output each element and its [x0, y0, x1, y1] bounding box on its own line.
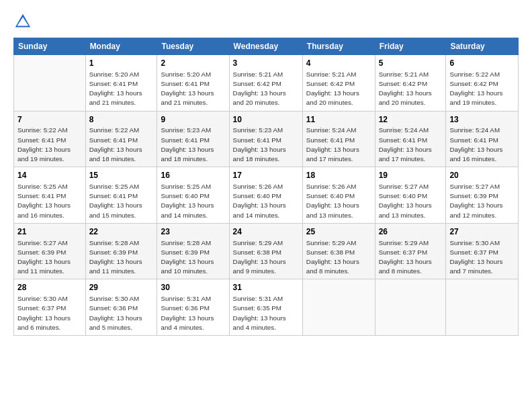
day-info: Sunrise: 5:28 AM Sunset: 6:39 PM Dayligh… — [89, 238, 154, 277]
header — [13, 12, 519, 31]
day-info: Sunrise: 5:24 AM Sunset: 6:41 PM Dayligh… — [306, 126, 371, 164]
day-info: Sunrise: 5:30 AM Sunset: 6:36 PM Dayligh… — [89, 294, 154, 332]
col-header-saturday: Saturday — [446, 38, 519, 55]
day-info: Sunrise: 5:27 AM Sunset: 6:40 PM Dayligh… — [379, 182, 443, 220]
calendar-cell: 28Sunrise: 5:30 AM Sunset: 6:37 PM Dayli… — [14, 279, 86, 336]
day-info: Sunrise: 5:20 AM Sunset: 6:41 PM Dayligh… — [161, 70, 225, 108]
day-number: 31 — [233, 282, 299, 293]
day-info: Sunrise: 5:25 AM Sunset: 6:40 PM Dayligh… — [161, 182, 225, 220]
day-number: 16 — [161, 170, 225, 181]
calendar-cell: 16Sunrise: 5:25 AM Sunset: 6:40 PM Dayli… — [157, 167, 229, 224]
day-info: Sunrise: 5:23 AM Sunset: 6:41 PM Dayligh… — [161, 126, 225, 164]
day-info: Sunrise: 5:28 AM Sunset: 6:39 PM Dayligh… — [161, 238, 225, 277]
day-number: 17 — [233, 170, 299, 181]
day-number: 23 — [161, 226, 225, 238]
calendar-week-row: 7Sunrise: 5:22 AM Sunset: 6:41 PM Daylig… — [14, 111, 519, 167]
calendar-cell — [375, 279, 446, 336]
calendar-week-row: 21Sunrise: 5:27 AM Sunset: 6:39 PM Dayli… — [14, 223, 519, 279]
day-number: 21 — [17, 226, 82, 238]
calendar-cell: 25Sunrise: 5:29 AM Sunset: 6:38 PM Dayli… — [302, 223, 375, 279]
col-header-sunday: Sunday — [14, 38, 86, 55]
day-info: Sunrise: 5:23 AM Sunset: 6:41 PM Dayligh… — [233, 126, 299, 164]
day-number: 27 — [449, 226, 515, 238]
day-info: Sunrise: 5:30 AM Sunset: 6:37 PM Dayligh… — [449, 238, 515, 277]
day-number: 13 — [449, 114, 515, 126]
calendar-cell: 10Sunrise: 5:23 AM Sunset: 6:41 PM Dayli… — [229, 111, 302, 167]
day-info: Sunrise: 5:29 AM Sunset: 6:38 PM Dayligh… — [306, 238, 371, 277]
day-number: 5 — [379, 58, 443, 69]
calendar-cell: 19Sunrise: 5:27 AM Sunset: 6:40 PM Dayli… — [375, 167, 446, 224]
day-info: Sunrise: 5:27 AM Sunset: 6:39 PM Dayligh… — [449, 182, 515, 220]
day-info: Sunrise: 5:22 AM Sunset: 6:41 PM Dayligh… — [17, 126, 82, 164]
logo-icon — [13, 12, 32, 31]
col-header-wednesday: Wednesday — [229, 38, 302, 55]
day-number: 24 — [233, 226, 299, 238]
day-number: 29 — [89, 282, 154, 293]
day-info: Sunrise: 5:21 AM Sunset: 6:42 PM Dayligh… — [306, 70, 371, 108]
col-header-tuesday: Tuesday — [157, 38, 229, 55]
calendar-week-row: 28Sunrise: 5:30 AM Sunset: 6:37 PM Dayli… — [14, 279, 519, 336]
day-number: 30 — [161, 282, 225, 293]
calendar-cell: 18Sunrise: 5:26 AM Sunset: 6:40 PM Dayli… — [302, 167, 375, 224]
day-info: Sunrise: 5:31 AM Sunset: 6:36 PM Dayligh… — [161, 294, 225, 332]
calendar-cell: 30Sunrise: 5:31 AM Sunset: 6:36 PM Dayli… — [157, 279, 229, 336]
calendar-cell: 31Sunrise: 5:31 AM Sunset: 6:35 PM Dayli… — [229, 279, 302, 336]
day-number: 20 — [449, 170, 515, 181]
calendar-cell: 20Sunrise: 5:27 AM Sunset: 6:39 PM Dayli… — [446, 167, 519, 224]
day-info: Sunrise: 5:20 AM Sunset: 6:41 PM Dayligh… — [89, 70, 154, 108]
calendar-cell: 17Sunrise: 5:26 AM Sunset: 6:40 PM Dayli… — [229, 167, 302, 224]
day-number: 8 — [89, 114, 154, 126]
day-number: 12 — [379, 114, 443, 126]
day-number: 4 — [306, 58, 371, 69]
day-number: 15 — [89, 170, 154, 181]
calendar-cell: 14Sunrise: 5:25 AM Sunset: 6:41 PM Dayli… — [14, 167, 86, 224]
day-number: 18 — [306, 170, 371, 181]
calendar-cell: 23Sunrise: 5:28 AM Sunset: 6:39 PM Dayli… — [157, 223, 229, 279]
day-number: 7 — [17, 114, 82, 126]
day-info: Sunrise: 5:29 AM Sunset: 6:37 PM Dayligh… — [379, 238, 443, 277]
day-number: 28 — [17, 282, 82, 293]
day-info: Sunrise: 5:22 AM Sunset: 6:41 PM Dayligh… — [89, 126, 154, 164]
col-header-monday: Monday — [85, 38, 157, 55]
calendar-header-row: SundayMondayTuesdayWednesdayThursdayFrid… — [14, 38, 519, 55]
calendar-week-row: 14Sunrise: 5:25 AM Sunset: 6:41 PM Dayli… — [14, 167, 519, 224]
calendar-cell: 7Sunrise: 5:22 AM Sunset: 6:41 PM Daylig… — [14, 111, 86, 167]
calendar-week-row: 1Sunrise: 5:20 AM Sunset: 6:41 PM Daylig… — [14, 55, 519, 111]
calendar-cell: 4Sunrise: 5:21 AM Sunset: 6:42 PM Daylig… — [302, 55, 375, 111]
col-header-thursday: Thursday — [302, 38, 375, 55]
day-info: Sunrise: 5:25 AM Sunset: 6:41 PM Dayligh… — [89, 182, 154, 220]
day-info: Sunrise: 5:24 AM Sunset: 6:41 PM Dayligh… — [379, 126, 443, 164]
calendar-cell — [302, 279, 375, 336]
calendar-cell: 15Sunrise: 5:25 AM Sunset: 6:41 PM Dayli… — [85, 167, 157, 224]
day-info: Sunrise: 5:27 AM Sunset: 6:39 PM Dayligh… — [17, 238, 82, 277]
day-number: 22 — [89, 226, 154, 238]
day-number: 25 — [306, 226, 371, 238]
day-number: 3 — [233, 58, 299, 69]
calendar-cell: 26Sunrise: 5:29 AM Sunset: 6:37 PM Dayli… — [375, 223, 446, 279]
calendar-cell: 21Sunrise: 5:27 AM Sunset: 6:39 PM Dayli… — [14, 223, 86, 279]
calendar-table: SundayMondayTuesdayWednesdayThursdayFrid… — [13, 38, 519, 336]
calendar-cell: 24Sunrise: 5:29 AM Sunset: 6:38 PM Dayli… — [229, 223, 302, 279]
day-number: 1 — [89, 58, 154, 69]
day-number: 11 — [306, 114, 371, 126]
calendar-cell: 22Sunrise: 5:28 AM Sunset: 6:39 PM Dayli… — [85, 223, 157, 279]
day-number: 9 — [161, 114, 225, 126]
day-info: Sunrise: 5:26 AM Sunset: 6:40 PM Dayligh… — [233, 182, 299, 220]
day-number: 26 — [379, 226, 443, 238]
day-number: 19 — [379, 170, 443, 181]
calendar-cell — [446, 279, 519, 336]
day-info: Sunrise: 5:30 AM Sunset: 6:37 PM Dayligh… — [17, 294, 82, 332]
day-info: Sunrise: 5:31 AM Sunset: 6:35 PM Dayligh… — [233, 294, 299, 332]
calendar-cell: 12Sunrise: 5:24 AM Sunset: 6:41 PM Dayli… — [375, 111, 446, 167]
calendar-cell: 1Sunrise: 5:20 AM Sunset: 6:41 PM Daylig… — [85, 55, 157, 111]
page: SundayMondayTuesdayWednesdayThursdayFrid… — [0, 0, 532, 411]
calendar-cell: 8Sunrise: 5:22 AM Sunset: 6:41 PM Daylig… — [85, 111, 157, 167]
logo — [13, 12, 35, 31]
calendar-cell: 6Sunrise: 5:22 AM Sunset: 6:42 PM Daylig… — [446, 55, 519, 111]
calendar-cell: 3Sunrise: 5:21 AM Sunset: 6:42 PM Daylig… — [229, 55, 302, 111]
day-info: Sunrise: 5:26 AM Sunset: 6:40 PM Dayligh… — [306, 182, 371, 220]
day-number: 6 — [449, 58, 515, 69]
day-info: Sunrise: 5:25 AM Sunset: 6:41 PM Dayligh… — [17, 182, 82, 220]
calendar-cell: 29Sunrise: 5:30 AM Sunset: 6:36 PM Dayli… — [85, 279, 157, 336]
calendar-cell: 5Sunrise: 5:21 AM Sunset: 6:42 PM Daylig… — [375, 55, 446, 111]
